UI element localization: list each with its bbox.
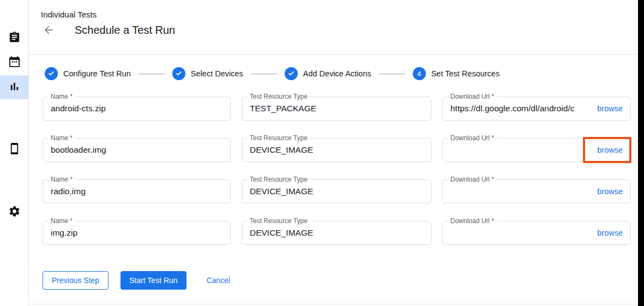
window-edge-strip [638,0,644,306]
sidebar-item-devices[interactable] [0,137,28,161]
step-connector [379,73,405,75]
download-url-input[interactable]: https://dl.google.com/dl/android/c [450,104,592,113]
browse-link[interactable]: browse [597,229,623,237]
name-input[interactable]: radio.img [51,187,222,196]
step-label: Add Device Actions [303,69,371,78]
field-label: Download Url * [448,176,497,183]
step-label: Set Test Resources [431,69,499,78]
resource-type-value: DEVICE_IMAGE [250,228,423,238]
step-complete-badge [285,67,298,80]
step-complete-badge [172,67,185,80]
step-label: Select Devices [191,69,243,78]
name-field[interactable]: Name * img.zip [43,221,231,245]
resource-type-value: DEVICE_IMAGE [250,145,423,155]
arrow-back-icon [43,24,55,38]
step-configure-test-run[interactable]: Configure Test Run [45,67,131,80]
field-label: Name * [48,134,75,142]
resource-type-value: TEST_PACKAGE [250,104,423,113]
name-field[interactable]: Name * bootloader.img [43,138,231,162]
bottom-divider [29,304,638,304]
sidebar [0,0,29,306]
resource-type-field[interactable]: Test Resource Type TEST_PACKAGE [242,97,431,121]
cancel-button[interactable]: Cancel [207,271,231,290]
field-label: Download Url * [448,134,497,142]
calendar-icon [8,56,21,70]
sidebar-item-test-runs[interactable] [0,75,28,99]
step-select-devices[interactable]: Select Devices [172,67,243,80]
breadcrumb: Individual Tests [41,10,97,19]
page-title: Schedule a Test Run [75,24,175,37]
resource-type-field[interactable]: Test Resource Type DEVICE_IMAGE [242,221,431,245]
resource-type-field[interactable]: Test Resource Type DEVICE_IMAGE [242,179,431,203]
download-url-field[interactable]: Download Url * browse [442,179,631,203]
step-number-badge: 4 [413,67,426,80]
resource-type-field[interactable]: Test Resource Type DEVICE_IMAGE [242,138,431,162]
field-label: Name * [48,217,75,225]
field-label: Download Url * [448,217,497,225]
check-icon [47,69,55,79]
field-label: Test Resource Type [247,176,310,183]
step-connector [139,73,165,75]
name-input[interactable]: img.zip [51,228,222,238]
download-url-field[interactable]: Download Url * browse [442,221,631,245]
name-field[interactable]: Name * radio.img [43,179,231,203]
browse-link[interactable]: browse [597,146,623,154]
field-label: Download Url * [448,93,497,100]
name-input[interactable]: android-cts.zip [51,104,222,113]
step-connector [251,73,277,75]
start-test-run-button[interactable]: Start Test Run [121,271,186,290]
step-set-test-resources[interactable]: 4 Set Test Resources [413,67,499,80]
sidebar-item-settings[interactable] [0,200,28,224]
step-add-device-actions[interactable]: Add Device Actions [285,67,371,80]
smartphone-icon [8,142,21,157]
name-input[interactable]: bootloader.img [51,145,222,155]
browse-link[interactable]: browse [597,104,623,113]
bar-chart-icon [8,80,21,95]
check-icon [287,69,295,79]
step-label: Configure Test Run [63,69,131,78]
field-label: Test Resource Type [247,134,310,142]
field-label: Name * [48,93,75,100]
sidebar-item-tests[interactable] [0,26,28,50]
header-divider [29,54,638,55]
back-button[interactable] [41,24,56,38]
download-url-field[interactable]: Download Url * https://dl.google.com/dl/… [442,97,631,121]
name-field[interactable]: Name * android-cts.zip [43,97,231,121]
form-actions: Previous Step Start Test Run Cancel [43,271,230,290]
field-label: Test Resource Type [247,217,310,225]
sidebar-item-plans[interactable] [0,51,28,75]
download-url-field[interactable]: Download Url * browse [442,138,631,162]
clipboard-icon [8,31,21,46]
gear-icon [8,205,21,220]
field-label: Test Resource Type [247,93,310,100]
previous-step-button[interactable]: Previous Step [43,271,109,290]
test-resources-form: Name * android-cts.zip Test Resource Typ… [43,97,631,245]
check-icon [175,69,183,79]
step-complete-badge [45,67,58,80]
field-label: Name * [48,176,75,183]
resource-type-value: DEVICE_IMAGE [250,187,423,196]
browse-link[interactable]: browse [597,187,623,196]
stepper: Configure Test Run Select Devices Add De… [45,67,499,81]
